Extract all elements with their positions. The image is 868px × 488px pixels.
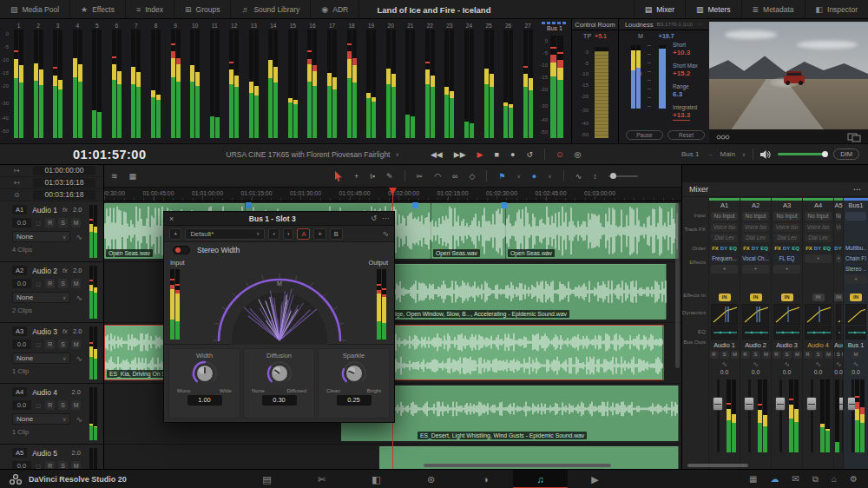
fx-order[interactable]: FXDYEQ <box>742 244 769 253</box>
pencil-tool-icon[interactable]: ✎ <box>386 172 393 181</box>
mixer-channel-A2[interactable]: A2No InputVoice IsoDial LevFXDYEQVocal C… <box>740 198 771 469</box>
track-fx-item[interactable]: Voice Iso <box>836 223 841 232</box>
timeline-view-options-icon[interactable]: ≋ <box>111 172 118 181</box>
timeline-vertical-scrollbar[interactable] <box>675 203 680 368</box>
knob-diffusion[interactable]: DiffusionNoneDiffused0.30 <box>243 348 315 419</box>
stop-button[interactable]: ■ <box>495 150 499 159</box>
workflow-icon[interactable] <box>716 133 730 142</box>
clip-marker[interactable] <box>412 202 418 208</box>
knob[interactable] <box>263 360 296 386</box>
track-r-button[interactable]: R <box>45 340 55 349</box>
add-effect-button[interactable]: + <box>742 265 769 274</box>
waveform-zoom-icon[interactable]: ∿ <box>575 172 582 181</box>
automation-curve-icon[interactable]: ∿ <box>76 293 82 302</box>
link-icon[interactable]: ∞ <box>452 172 457 181</box>
track-fx-item[interactable]: Voice Iso <box>773 223 800 232</box>
mixer-r-button[interactable]: R <box>741 351 750 359</box>
effects-in-toggle[interactable]: IN <box>719 293 731 301</box>
input-select[interactable]: No Input <box>711 212 738 221</box>
media-pool-button[interactable]: ▨Media Pool <box>0 0 70 18</box>
cloud-icon[interactable]: ☁ <box>770 474 779 484</box>
fx-order[interactable]: FXDYEQ <box>711 244 738 253</box>
track-header-A2[interactable]: A2Audio 2fx2.00.0◻RSMNone∨∿2 Clips <box>0 262 103 323</box>
flag-chevron-icon[interactable]: ∨ <box>516 173 520 179</box>
effects-in-toggle[interactable]: IN <box>750 293 762 301</box>
metadata-button[interactable]: ≣Metadata <box>741 0 805 18</box>
effect-item[interactable]: Chain FX <box>845 254 866 263</box>
fader-handle[interactable] <box>775 397 786 411</box>
adr-button[interactable]: ◉ADR <box>311 0 359 18</box>
automation-curve-icon[interactable]: ∿ <box>740 359 771 369</box>
knob-sparkle[interactable]: SparkleCleanBright0.25 <box>318 348 390 419</box>
mixer-m-button[interactable]: M <box>762 351 771 359</box>
vertical-zoom-icon[interactable]: ↕ <box>593 172 597 181</box>
effects-in-toggle[interactable]: IN <box>833 293 843 301</box>
effect-item[interactable]: Stereo ... <box>845 265 866 274</box>
history-icon[interactable]: ↺ <box>371 214 377 222</box>
track-fx-item[interactable]: Dial Lev <box>805 234 832 242</box>
marker-chevron-icon[interactable]: ∨ <box>548 173 551 179</box>
automation-curve-icon[interactable]: ∿ <box>772 359 802 369</box>
input-select[interactable]: No Input <box>805 212 832 221</box>
monitor-volume-slider[interactable] <box>778 153 826 155</box>
audio-clip[interactable]: Open Seas.wav <box>506 203 679 259</box>
eq-graph[interactable] <box>711 326 738 340</box>
mixer-s-button[interactable]: S <box>720 351 729 359</box>
sound-library-button[interactable]: ♬Sound Library <box>231 0 311 18</box>
mixer-channel-A5[interactable]: A5No InputVoice IsoFXDYEQ+INAudio 5RSM∿0… <box>833 198 843 469</box>
mixer-s-button[interactable]: S <box>783 351 792 359</box>
track-r-button[interactable]: R <box>45 279 55 288</box>
page-media-icon[interactable]: ▤ <box>240 470 294 488</box>
flag-icon[interactable]: ⚑ <box>498 172 505 181</box>
track-fx-item[interactable]: Voice Iso <box>711 223 738 232</box>
page-color-icon[interactable]: ◑ <box>458 470 513 488</box>
automation-curve-icon[interactable]: ∿ <box>382 229 389 238</box>
add-preset-button[interactable]: + <box>169 228 181 240</box>
mixer-m-button[interactable]: M <box>852 351 860 359</box>
razor-icon[interactable]: ✂ <box>417 172 424 181</box>
track-volume[interactable]: 0.0 <box>12 400 31 410</box>
add-effect-button[interactable]: + <box>845 275 866 284</box>
dual-screen-icon[interactable] <box>847 133 861 142</box>
timeline-selector[interactable]: URSA CINE 17K65 with Florent Piovesan Fa… <box>227 150 399 159</box>
track-volume[interactable]: 0.0 <box>12 340 31 349</box>
knob-width[interactable]: WidthMonoWide1.00 <box>168 348 240 419</box>
automation-mode-dropdown[interactable]: None∨ <box>12 231 70 242</box>
page-fusion-icon[interactable]: ⊛ <box>404 470 458 488</box>
automation-mode-icon[interactable]: ◎ <box>574 150 581 159</box>
marker-icon[interactable]: ● <box>532 172 536 181</box>
dim-button[interactable]: DIM <box>833 148 859 160</box>
mixer-channel-A1[interactable]: A1No InputVoice IsoDial LevFXDYEQFrequen… <box>708 198 740 469</box>
preset-dropdown[interactable]: Default*∨ <box>185 228 265 240</box>
mixer-scrollbar[interactable] <box>687 464 748 467</box>
track-s-button[interactable]: S <box>58 340 68 349</box>
automation-curve-icon[interactable]: ∿ <box>76 415 82 424</box>
effects-button[interactable]: ★Effects <box>70 0 126 18</box>
groups-button[interactable]: ⊞Groups <box>174 0 231 18</box>
fader-handle[interactable] <box>744 397 754 411</box>
timeline-horizontal-scrollbar[interactable] <box>424 464 611 467</box>
effect-item[interactable]: Multibu... <box>845 244 866 253</box>
track-m-button[interactable]: M <box>71 400 81 410</box>
automation-write-icon[interactable]: ⊙ <box>556 150 563 159</box>
mixer-s-button[interactable]: S <box>752 351 760 359</box>
track-fx-item[interactable]: Voice Iso <box>742 223 769 232</box>
eq-graph[interactable] <box>805 326 832 340</box>
track-fx-item[interactable]: Dial Lev <box>773 234 800 242</box>
effect-item[interactable]: FL EQ <box>773 254 800 263</box>
input-select[interactable]: No Input <box>773 212 800 221</box>
track-volume[interactable]: 0.0 <box>12 218 31 228</box>
home-icon[interactable]: ⌂ <box>832 474 837 484</box>
track-m-button[interactable]: M <box>71 218 81 228</box>
page-edit-icon[interactable]: ◧ <box>349 470 404 488</box>
prev-preset-button[interactable]: ‹ <box>268 228 279 240</box>
collaboration-icon[interactable]: ⧉ <box>812 474 819 485</box>
mixer-channel-A3[interactable]: A3No InputVoice IsoDial LevFXDYEQFL EQ+I… <box>771 198 802 469</box>
loop-button[interactable]: ↺ <box>526 150 533 159</box>
page-cut-icon[interactable]: ✄ <box>294 470 349 488</box>
add-effect-button[interactable]: + <box>836 254 841 263</box>
mixer-r-button[interactable]: R <box>773 351 781 359</box>
mixer-r-button[interactable]: R <box>833 351 835 359</box>
track-m-button[interactable]: M <box>71 279 81 288</box>
track-r-button[interactable]: R <box>45 218 55 228</box>
